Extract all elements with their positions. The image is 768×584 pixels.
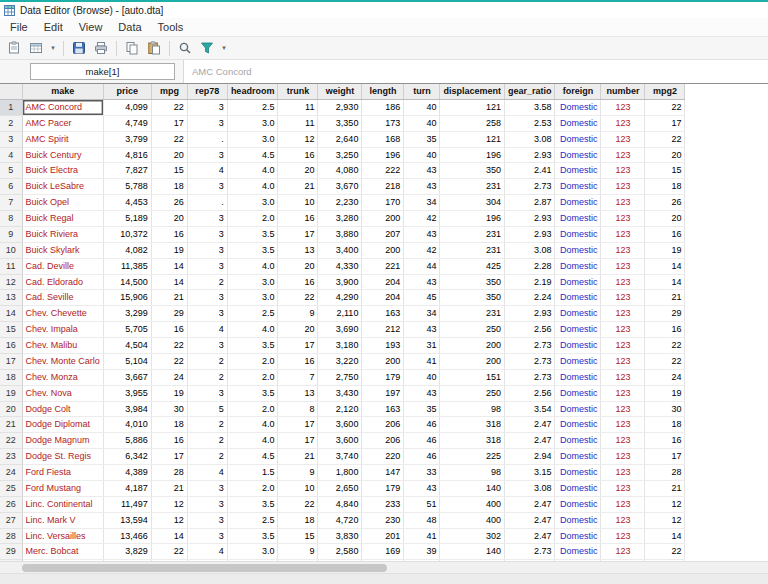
cell-foreign[interactable]: Domestic: [555, 211, 601, 227]
cell-make[interactable]: Dodge St. Regis: [22, 449, 103, 465]
cell-foreign[interactable]: Domestic: [555, 226, 601, 242]
row-number[interactable]: 4: [0, 147, 22, 163]
cell-foreign[interactable]: Domestic: [555, 369, 601, 385]
column-header-trunk[interactable]: trunk: [278, 84, 318, 99]
cell-trunk[interactable]: 10: [278, 480, 318, 496]
row-number[interactable]: 29: [0, 544, 22, 560]
cell-rep78[interactable]: 3: [187, 290, 227, 306]
cell-mpg[interactable]: 12: [151, 496, 187, 512]
cell-turn[interactable]: 43: [404, 179, 440, 195]
cell-trunk[interactable]: 17: [278, 226, 318, 242]
cell-trunk[interactable]: 10: [278, 195, 318, 211]
cell-displacement[interactable]: 151: [440, 369, 505, 385]
cell-turn[interactable]: 43: [404, 322, 440, 338]
cell-mpg[interactable]: 22: [151, 353, 187, 369]
cell-price[interactable]: 4,187: [103, 480, 151, 496]
cell-gear_ratio[interactable]: 3.54: [504, 401, 555, 417]
cell-make[interactable]: Dodge Magnum: [22, 433, 103, 449]
copy-icon[interactable]: [122, 38, 142, 58]
cell-rep78[interactable]: 3: [187, 385, 227, 401]
cell-displacement[interactable]: 196: [440, 211, 505, 227]
row-number[interactable]: 2: [0, 115, 22, 131]
row-number[interactable]: 3: [0, 131, 22, 147]
cell-headroom[interactable]: 3.0: [227, 544, 278, 560]
cell-weight[interactable]: 3,250: [318, 147, 362, 163]
cell-gear_ratio[interactable]: 2.73: [504, 353, 555, 369]
cell-gear_ratio[interactable]: 2.93: [504, 306, 555, 322]
cell-mpg[interactable]: 20: [151, 211, 187, 227]
cell-headroom[interactable]: 2.5: [227, 512, 278, 528]
cell-length[interactable]: 169: [362, 544, 404, 560]
column-header-turn[interactable]: turn: [404, 84, 440, 99]
cell-number[interactable]: 123: [601, 258, 645, 274]
cell-weight[interactable]: 3,600: [318, 433, 362, 449]
cell-mpg2[interactable]: 22: [645, 131, 685, 147]
cell-gear_ratio[interactable]: 2.56: [504, 322, 555, 338]
cell-trunk[interactable]: 20: [278, 258, 318, 274]
cell-headroom[interactable]: 3.5: [227, 338, 278, 354]
cell-mpg2[interactable]: 14: [645, 258, 685, 274]
cell-length[interactable]: 197: [362, 385, 404, 401]
row-number[interactable]: 19: [0, 385, 22, 401]
cell-make[interactable]: Chev. Chevette: [22, 306, 103, 322]
cell-rep78[interactable]: .: [187, 131, 227, 147]
cell-displacement[interactable]: 250: [440, 385, 505, 401]
cell-rep78[interactable]: 2: [187, 369, 227, 385]
cell-rep78[interactable]: 4: [187, 544, 227, 560]
cell-gear_ratio[interactable]: 2.53: [504, 115, 555, 131]
column-header-length[interactable]: length: [362, 84, 404, 99]
cell-price[interactable]: 3,299: [103, 306, 151, 322]
cell-foreign[interactable]: Domestic: [555, 465, 601, 481]
cell-displacement[interactable]: 231: [440, 242, 505, 258]
cell-number[interactable]: 123: [601, 306, 645, 322]
cell-length[interactable]: 220: [362, 449, 404, 465]
cell-trunk[interactable]: 7: [278, 369, 318, 385]
cell-foreign[interactable]: Domestic: [555, 449, 601, 465]
cell-rep78[interactable]: 2: [187, 417, 227, 433]
cell-foreign[interactable]: Domestic: [555, 147, 601, 163]
cell-length[interactable]: 207: [362, 226, 404, 242]
cell-turn[interactable]: 34: [404, 195, 440, 211]
cell-mpg[interactable]: 21: [151, 290, 187, 306]
cell-gear_ratio[interactable]: 2.47: [504, 512, 555, 528]
cell-turn[interactable]: 51: [404, 496, 440, 512]
cell-price[interactable]: 4,504: [103, 338, 151, 354]
cell-price[interactable]: 5,886: [103, 433, 151, 449]
cell-weight[interactable]: 3,740: [318, 449, 362, 465]
cell-turn[interactable]: 35: [404, 131, 440, 147]
cell-turn[interactable]: 42: [404, 242, 440, 258]
row-number[interactable]: 25: [0, 480, 22, 496]
cell-weight[interactable]: 4,720: [318, 512, 362, 528]
cell-length[interactable]: 233: [362, 496, 404, 512]
cell-mpg[interactable]: 14: [151, 258, 187, 274]
cell-mpg[interactable]: 30: [151, 401, 187, 417]
cell-displacement[interactable]: 196: [440, 147, 505, 163]
cell-mpg[interactable]: 16: [151, 322, 187, 338]
cell-weight[interactable]: 2,120: [318, 401, 362, 417]
cell-trunk[interactable]: 21: [278, 449, 318, 465]
cell-number[interactable]: 123: [601, 544, 645, 560]
column-header-displacement[interactable]: displacement: [440, 84, 505, 99]
cell-price[interactable]: 3,984: [103, 401, 151, 417]
cell-headroom[interactable]: 3.5: [227, 226, 278, 242]
cell-foreign[interactable]: Domestic: [555, 417, 601, 433]
cell-length[interactable]: 218: [362, 179, 404, 195]
cell-length[interactable]: 200: [362, 353, 404, 369]
cell-foreign[interactable]: Domestic: [555, 163, 601, 179]
column-header-price[interactable]: price: [103, 84, 151, 99]
cell-mpg2[interactable]: 22: [645, 353, 685, 369]
cell-weight[interactable]: 2,110: [318, 306, 362, 322]
cell-headroom[interactable]: 1.5: [227, 465, 278, 481]
cell-length[interactable]: 179: [362, 480, 404, 496]
cell-mpg[interactable]: 22: [151, 99, 187, 115]
cell-number[interactable]: 123: [601, 496, 645, 512]
cell-displacement[interactable]: 400: [440, 512, 505, 528]
cell-foreign[interactable]: Domestic: [555, 385, 601, 401]
cell-mpg2[interactable]: 15: [645, 163, 685, 179]
column-header-number[interactable]: number: [601, 84, 645, 99]
cell-trunk[interactable]: 13: [278, 385, 318, 401]
cell-make[interactable]: Buick Skylark: [22, 242, 103, 258]
cell-foreign[interactable]: Domestic: [555, 544, 601, 560]
cell-length[interactable]: 204: [362, 274, 404, 290]
corner-header[interactable]: [0, 84, 22, 99]
